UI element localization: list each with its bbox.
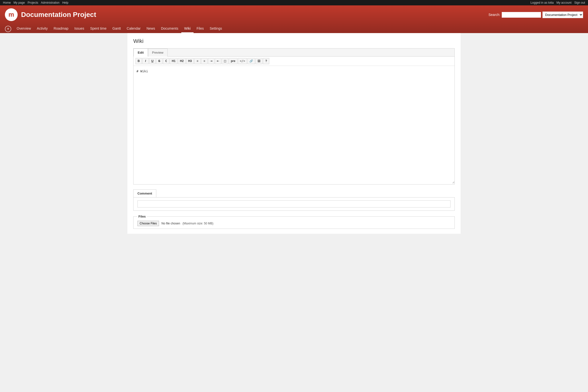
app-logo: m [5,8,18,21]
tab-preview[interactable]: Preview [148,48,168,56]
toolbar-ol[interactable]: ≡ [201,58,208,64]
toolbar-underline[interactable]: U [149,58,156,64]
search-input[interactable] [502,12,541,18]
nav-projects[interactable]: Projects [28,1,38,4]
nav-settings[interactable]: Settings [207,24,225,33]
search-label: Search: [488,13,500,17]
comment-body [133,197,455,211]
top-bar-user: Logged in as lotta My account Sign out [530,1,585,4]
toolbar-ul[interactable]: ≡ [194,58,201,64]
comment-section: Comment [133,190,455,211]
nav-news[interactable]: News [144,24,158,33]
choose-files-button[interactable]: Choose Files [138,221,159,226]
toolbar-code-block[interactable]: </> [238,58,247,64]
nav-issues[interactable]: Issues [71,24,87,33]
toolbar-italic[interactable]: I [142,58,149,64]
toolbar-h1[interactable]: H1 [170,58,178,64]
header-brand: m Documentation Project [5,8,96,21]
header-search: Search: Documentation Project [488,12,583,18]
header: m Documentation Project Search: Document… [0,6,588,33]
nav-documents[interactable]: Documents [158,24,181,33]
editor-toolbar: B I U S C H1 H2 H3 ≡ ≡ ⇥ ⇤ ◫ pre </> 🔗 🖼… [134,56,454,66]
files-legend: Files [138,214,147,218]
header-nav: + Overview Activity Roadmap Issues Spent… [5,24,583,33]
toolbar-link[interactable]: 🔗 [248,58,255,64]
toolbar-indent-less[interactable]: ⇤ [215,58,221,64]
file-input-row: Choose Files No file chosen (Maximum siz… [138,221,450,226]
project-title: Documentation Project [21,11,96,18]
wiki-editor: Edit Preview B I U S C H1 H2 H3 ≡ ≡ ⇥ ⇤ … [133,48,455,184]
nav-activity[interactable]: Activity [34,24,50,33]
search-scope-select[interactable]: Documentation Project [542,12,583,18]
nav-mypage[interactable]: My page [14,1,25,4]
max-size-text: (Maximum size: 50 MB) [182,222,214,225]
tab-edit[interactable]: Edit [134,48,148,56]
toolbar-strikethrough[interactable]: S [156,58,162,64]
nav-overview[interactable]: Overview [14,24,34,33]
comment-tab[interactable]: Comment [133,190,156,197]
svg-text:m: m [8,11,14,18]
editor-tabs: Edit Preview [134,48,454,56]
top-bar-nav: Home My page Projects Administration Hel… [3,1,70,4]
toolbar-h3[interactable]: H3 [186,58,194,64]
no-file-text: No file chosen [162,222,180,225]
toolbar-code-inline[interactable]: C [163,58,169,64]
toolbar-h2[interactable]: H2 [178,58,186,64]
comment-input[interactable] [138,200,450,208]
editor-textarea[interactable]: # Wiki [134,66,454,184]
toolbar-help[interactable]: ? [263,58,269,64]
logged-in-label: Logged in as lotta [530,1,554,4]
toolbar-pre[interactable]: pre [229,58,238,64]
nav-files[interactable]: Files [194,24,207,33]
my-account-link[interactable]: My account [556,1,571,4]
top-bar: Home My page Projects Administration Hel… [0,0,588,6]
toolbar-image[interactable]: 🖼 [256,58,262,64]
page-title: Wiki [133,38,455,44]
toolbar-indent-more[interactable]: ⇥ [208,58,214,64]
nav-spent-time[interactable]: Spent time [87,24,110,33]
nav-roadmap[interactable]: Roadmap [51,24,72,33]
toolbar-table[interactable]: ◫ [222,58,228,64]
sign-out-link[interactable]: Sign out [574,1,585,4]
add-button[interactable]: + [5,26,11,32]
files-section: Files Choose Files No file chosen (Maxim… [133,214,455,229]
main-content: Wiki Edit Preview B I U S C H1 H2 H3 ≡ ≡… [128,33,460,234]
header-top: m Documentation Project Search: Document… [5,8,583,24]
nav-wiki[interactable]: Wiki [181,24,194,33]
nav-gantt[interactable]: Gantt [110,24,124,33]
nav-help[interactable]: Help [62,1,68,4]
toolbar-bold[interactable]: B [136,58,142,64]
nav-administration[interactable]: Administration [41,1,60,4]
nav-calendar[interactable]: Calendar [124,24,144,33]
nav-home[interactable]: Home [3,1,11,4]
